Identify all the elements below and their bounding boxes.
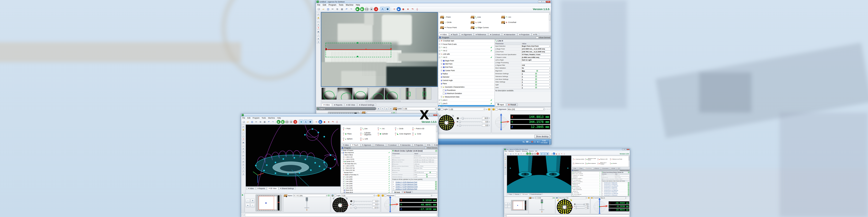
slider-thumb[interactable] (459, 124, 461, 127)
open-setting-icon[interactable]: ↗ (536, 70, 538, 72)
side-icon-7[interactable]: ◈ (242, 147, 245, 150)
maximize-button[interactable]: □ (624, 149, 627, 150)
side-icon-14[interactable]: ⬌ (242, 169, 245, 172)
alignment-dropdown[interactable]: Basis (6) (600, 197, 626, 199)
menu-item-machine[interactable]: Machine (346, 4, 353, 6)
tree-expander-icon[interactable]: + (441, 63, 442, 64)
step-down-icon[interactable]: ▾ (378, 201, 379, 202)
measure-icon[interactable]: ⬟ (546, 152, 549, 155)
keyboard-icon[interactable]: ⌨ (526, 141, 528, 143)
edit-note-icon[interactable]: ✎ (242, 214, 244, 216)
alignment-dropdown[interactable]: Mcs (10) (507, 108, 545, 111)
tree-row[interactable]: ▮Diameter (438, 75, 494, 79)
tree-row[interactable]: +•Point in 3D Y(b)✔ (341, 169, 392, 172)
palette-tool-arc[interactable]: ◠Arc (377, 127, 395, 130)
slider-value[interactable]: 0.0 (372, 203, 378, 206)
grid-tool-icon[interactable]: ╬ (563, 153, 566, 155)
slider-thumb[interactable] (459, 121, 461, 123)
side-icon-6[interactable]: ▽ (242, 144, 245, 147)
param-value[interactable]: Begin Point, End Point▾ (521, 45, 551, 48)
rotate-tool-icon[interactable]: ↷ (561, 153, 563, 155)
close-button[interactable]: ✕ (546, 1, 551, 3)
side-icon-8[interactable]: ⚒ (242, 151, 245, 153)
tree-expander-icon[interactable]: + (343, 167, 344, 169)
view-tab-3d-view[interactable]: ▾3D View (345, 103, 357, 106)
slider-track[interactable] (353, 200, 372, 202)
view-tab-3d-ansicht[interactable]: ▾3D Ansicht (521, 193, 529, 195)
taskbar-clock[interactable]: 9:484-4-2016 (540, 140, 548, 144)
tree-row[interactable]: ▮Roundness (438, 89, 494, 92)
palette-tool-sphere[interactable]: ●Sphere (343, 137, 360, 141)
tool-tab-video[interactable]: ▾Video (341, 144, 350, 146)
side-icon-13[interactable]: ↺ (242, 166, 245, 169)
slider-thumb[interactable] (355, 207, 356, 209)
tree-row[interactable]: +✛Crosshair start (438, 39, 494, 42)
undo-icon[interactable]: ↶ (267, 120, 271, 124)
edit-note-icon[interactable]: ✎ (504, 215, 506, 217)
view-tab-video[interactable]: ▾Video (322, 103, 332, 106)
menu-item-edit[interactable]: Edit (323, 4, 326, 6)
tree-row[interactable]: ⚑Begin of Program (341, 150, 392, 152)
palette-tool-point-in-3d[interactable]: •Point in 3D (412, 127, 430, 130)
menu-item-program[interactable]: Program (329, 4, 336, 6)
setting-value[interactable]: 1↗▾ (521, 81, 551, 83)
cut-icon[interactable]: ✂ (254, 120, 258, 124)
slider-value[interactable]: 0.0 (585, 206, 589, 207)
globe-icon[interactable]: ⊕ (540, 152, 543, 155)
tree-expander-icon[interactable]: − (441, 86, 442, 88)
palette-tool-cone[interactable]: ▲Cone (412, 132, 430, 135)
slider-stepper[interactable]: ▴▾ (378, 204, 379, 205)
view-tab-video[interactable]: ▾Video (507, 193, 513, 195)
tree-expander-icon[interactable]: + (343, 179, 344, 180)
bulb-on-icon[interactable]: ⚡ (588, 197, 590, 199)
setting-value[interactable]: 0.000↗▾ (413, 174, 438, 176)
palette-tool-cone-segment[interactable]: ◣Cone Segment (395, 132, 412, 135)
maximize-button[interactable]: □ (430, 114, 433, 116)
display-error-icon[interactable]: ✕ (531, 141, 533, 143)
tool-tab-referenz[interactable]: ▾Referenz (593, 167, 600, 169)
caliper-icon[interactable]: ⋀ (380, 7, 385, 11)
side-icon-11[interactable]: ▤ (242, 160, 245, 163)
palette-tool-circle[interactable]: ○Circle (395, 127, 412, 130)
alignment-dropdown[interactable] (395, 194, 432, 197)
param-expander-icon[interactable]: + (495, 57, 496, 58)
menu-item-programm[interactable]: Programm (516, 151, 521, 152)
param-expander-icon[interactable]: + (392, 170, 393, 171)
run-icon[interactable]: ▶ (277, 120, 280, 124)
cut-icon[interactable]: ✂ (512, 153, 515, 155)
abort-icon[interactable]: ➜ (293, 120, 297, 124)
snapshot-thumb-3[interactable] (369, 88, 384, 100)
tray-expand-icon[interactable]: ▴ (529, 141, 530, 143)
show-derived-checkbox[interactable] (536, 37, 538, 38)
point-list-row[interactable]: 10Circles Y (+/3.50).Maximum Point✓ (393, 185, 437, 188)
tree-row[interactable]: +╲Line L(090)✔ (341, 183, 392, 185)
slider-track[interactable] (459, 121, 481, 123)
light-dropdown[interactable]: 2 (0) (341, 194, 375, 197)
side-icon-3[interactable]: ✛ (242, 135, 245, 137)
side-icon-2[interactable]: ↩ (317, 20, 320, 23)
menu-item-program[interactable]: Program (253, 117, 259, 119)
show-desktop-button[interactable] (549, 139, 551, 145)
param-expander-icon[interactable]: + (392, 159, 393, 160)
side-icon-10[interactable]: ✕ (242, 157, 245, 159)
palette-tool-referenz-in-einer-ebene[interactable]: ◆Referenz in einer Ebene (585, 158, 598, 160)
open-icon[interactable]: ▱ (321, 7, 326, 11)
inspect-icon[interactable]: ◉ (555, 153, 558, 155)
copy-icon[interactable]: ⧉ (515, 153, 517, 155)
camera-view[interactable] (321, 12, 438, 87)
side-icon-7[interactable]: ◈ (317, 37, 320, 40)
tree-row[interactable]: +∿Link L3 (XYZ)✔ (341, 165, 392, 167)
rotate-tool-icon[interactable]: ↷ (410, 7, 415, 11)
tree-expander-icon[interactable]: + (441, 60, 442, 61)
slider-thumb[interactable] (352, 204, 354, 206)
stop-icon[interactable]: ■ (369, 7, 374, 11)
new-icon[interactable]: ❏ (504, 153, 507, 155)
slider-thumb[interactable] (353, 200, 354, 203)
stage-cone-button[interactable]: ▲ (246, 203, 250, 207)
tree-expander-icon[interactable]: + (343, 159, 344, 160)
param-expander-icon[interactable]: + (495, 49, 496, 50)
palette-tool-plane[interactable]: ◆Plane (343, 132, 360, 135)
goto-stage-button[interactable]: ⚙ (377, 107, 380, 110)
tree-expander-icon[interactable]: + (572, 186, 573, 187)
tree-row[interactable]: +◠Arc 1✔ (438, 46, 494, 49)
